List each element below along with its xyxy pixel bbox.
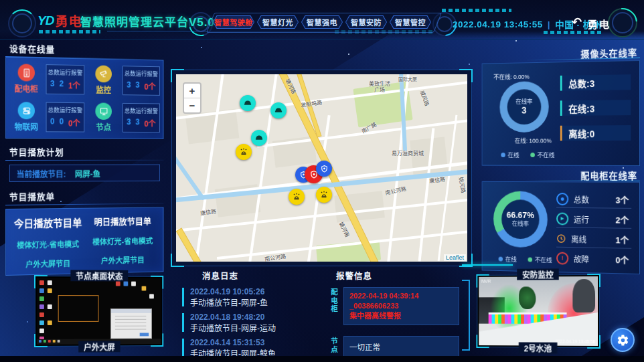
desktop-icon [39, 312, 44, 317]
user-label[interactable]: 勇电 [588, 17, 611, 31]
total-value: 3 [127, 117, 131, 128]
camera-marker[interactable] [251, 130, 267, 146]
playlist-tomorrow-heading: 明日播放节目单 [86, 214, 159, 228]
camera-rate-title: 摄像头在线率 [580, 46, 637, 60]
current-program-value: 网屏-鱼 [75, 167, 100, 179]
corner-bracket [476, 274, 489, 288]
desktop-frame [35, 276, 163, 347]
corner-bracket [476, 335, 489, 348]
camera-rate-panel: 不在线: 0.00% 在线率 3 在线: 100.00% 在线 不在线 总数:3… [482, 60, 640, 166]
map-panel: 塘河路 发船坞路 美致生活 广场 国际大厦 戚风路 南广路 易万溢商贸城 康信路… [171, 70, 472, 266]
device-panel-title: 设备在线量 [9, 41, 163, 58]
donut-center-value: 3 [521, 105, 526, 116]
device-stats: 总数 运行 报警 3 3 0个 [123, 103, 160, 132]
col-total: 总数 [48, 68, 59, 76]
desktop-icon [116, 282, 120, 286]
camera-marker[interactable] [270, 102, 287, 118]
desktop-icon [142, 286, 147, 291]
play-icon: ▶ [556, 212, 568, 225]
left-column: 设备在线量 配电柜 总数 运行 报警 3 [5, 41, 163, 269]
legend-dot-blue [499, 257, 503, 262]
alarm-group-label: 配电柜 [329, 287, 339, 314]
selection-rectangle [58, 295, 99, 322]
desktop-icon [48, 288, 52, 293]
road-label: 康信路 [428, 175, 445, 184]
log-entry: 2022.04.18 19:48:20 手动播放节目-网屏-运动 [182, 312, 321, 334]
message-log-list[interactable]: 2022.04.19 10:05:26 手动播放节目-网屏-鱼 2022.04.… [182, 286, 321, 356]
running-value: 3 [135, 118, 139, 129]
map-zoom-control: + − [183, 82, 202, 114]
tab-smart-lighting[interactable]: 智慧灯光 [257, 15, 299, 29]
col-total: 总数 [48, 106, 59, 114]
alarm-group-label: 节点 [329, 336, 339, 354]
iot-icon [18, 102, 35, 119]
device-online-panel: 配电柜 总数 运行 报警 3 2 1个 [5, 57, 163, 139]
desktop-icon [39, 329, 44, 333]
gear-icon [617, 334, 629, 347]
device-item-iot: 物联网 总数 运行 报警 0 0 0个 [9, 102, 84, 132]
log-entry: 2022.04.14 15:31:53 手动播放节目-网屏-鲸鱼 [182, 337, 321, 356]
col-running: 运行 [136, 106, 147, 115]
tab-smart-power[interactable]: 智慧强电 [301, 15, 343, 29]
fault-exclamation-icon: ! [556, 252, 568, 264]
alarm-group-node: 节点 一切正常 [329, 336, 459, 357]
running-value: 2 [60, 79, 64, 90]
desktop-icon [39, 296, 44, 301]
camera-marker[interactable] [240, 95, 256, 111]
streetlight-marker[interactable] [316, 187, 332, 203]
back-icon[interactable]: ↶ [572, 15, 582, 29]
device-item-node: 节点 总数 运行 报警 3 3 0个 [87, 102, 160, 132]
cabinet-row-fault: ! 故障 0个 [556, 250, 631, 268]
tab-smart-control[interactable]: 智慧管控 [390, 15, 431, 29]
decorative-light-bar [462, 264, 513, 266]
remote-desktop-screenshot [37, 278, 161, 345]
cabinet-rate-title: 配电柜在线率 [580, 169, 637, 182]
desktop-icon [48, 304, 52, 309]
device-stats: 总数 运行 报警 0 0 0个 [46, 102, 85, 132]
divider [5, 203, 163, 205]
place-label: 国际大厦 [398, 76, 417, 82]
total-value: 0 [50, 117, 54, 128]
row-value: 2个 [616, 213, 632, 225]
row-value: 1个 [616, 233, 632, 246]
dash-decoration [442, 9, 511, 12]
main-nav: 智慧驾驶舱 智慧灯光 智慧强电 智慧安防 智慧管控 [213, 15, 431, 29]
shield-marker[interactable] [316, 161, 332, 177]
col-alarm: 报警 [147, 106, 158, 115]
running-value: 3 [135, 80, 139, 92]
playlist-today-heading: 今日播放节目单 [10, 215, 86, 230]
tab-smart-cockpit[interactable]: 智慧驾驶舱 [213, 15, 254, 29]
alarm-group-cabinet: 配电柜 2022-04-19 04:39:14 _00386606233 集中器… [329, 287, 459, 325]
camera-stat-online: 在线:3 [560, 100, 631, 116]
cabinet-row-running: ▶ 运行 2个 [556, 210, 631, 229]
row-label: 运行 [574, 213, 589, 224]
legend-online: 在线 [501, 151, 519, 159]
tab-smart-security[interactable]: 智慧安防 [345, 15, 387, 29]
settings-gear-button[interactable] [611, 328, 635, 352]
divider [5, 160, 163, 161]
desktop-icon [48, 321, 52, 325]
cabinet-row-offline: 离线 1个 [556, 230, 631, 249]
security-panel-caption: 2号水池 [519, 342, 557, 353]
alarm-info-panel: 报警信息 配电柜 2022-04-19 04:39:14 _0038660623… [327, 269, 470, 353]
zoom-in-button[interactable]: + [184, 84, 200, 98]
right-column: 摄像头在线率 不在线: 0.00% 在线率 3 在线: 100.00% 在线 不… [479, 40, 640, 273]
camera-legend: 在线 不在线 [501, 151, 554, 159]
total-value: 3 [50, 79, 54, 90]
map-attribution[interactable]: Leaflet [444, 254, 466, 261]
logo-mark: YD [37, 13, 54, 28]
log-entry: 2022.04.19 10:05:26 手动播放节目-网屏-鱼 [182, 286, 321, 308]
zoom-out-button[interactable]: − [184, 98, 200, 112]
message-log-panel: 消息日志 2022.04.19 10:05:26 手动播放节目-网屏-鱼 202… [182, 269, 321, 353]
city-map[interactable]: 塘河路 发船坞路 美致生活 广场 国际大厦 戚风路 南广路 易万溢商贸城 康信路… [176, 74, 467, 262]
road-label: 康信路 [199, 207, 216, 216]
streetlight-marker[interactable] [289, 189, 305, 205]
desktop-icon [48, 280, 52, 285]
device-name: 物联网 [9, 120, 44, 132]
alarm-value: 0个 [144, 118, 155, 129]
donut-center-label: 在线率 [515, 98, 532, 105]
corner-bracket [459, 69, 473, 82]
col-alarm: 报警 [71, 106, 82, 114]
streetlight-marker[interactable] [236, 144, 252, 160]
col-alarm: 报警 [147, 70, 158, 78]
